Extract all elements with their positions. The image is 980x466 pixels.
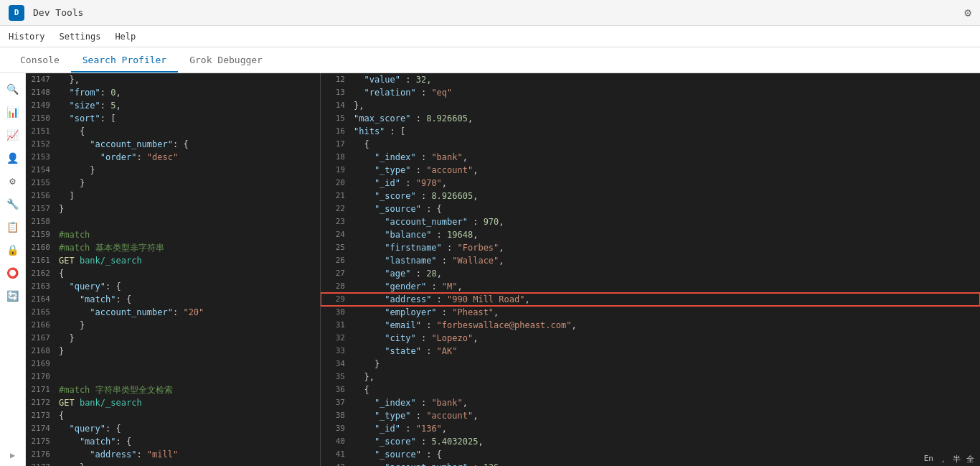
code-line: 2171 #match 字符串类型全文检索 [26,383,320,396]
code-line: 2166 } [26,319,320,332]
sidebar: 🔍 📊 📈 👤 ⚙ 🔧 📋 🔒 ⭕ 🔄 ▶ [0,73,26,466]
code-line: 2162 { [26,267,320,280]
code-line: 40 "_score" : 5.4032025, [321,435,980,448]
settings-gear-icon[interactable]: ⚙ [964,6,971,19]
sidebar-icon-user[interactable]: 👤 [3,148,23,168]
topbar: D Dev Tools ⚙ [0,0,980,26]
code-line: 2152 "account_number": { [26,138,320,151]
code-line: 12 "value" : 32, [321,73,980,86]
nav-help[interactable]: Help [115,32,136,42]
code-line: 15 "max_score" : 8.926605, [321,112,980,125]
sidebar-icon-refresh[interactable]: 🔄 [3,286,23,306]
code-line: 2150 "sort": [ [26,112,320,125]
code-line: 2155 } [26,177,320,190]
code-line: 19 "_type" : "account", [321,164,980,177]
code-line: 2172 GET bank/_search [26,396,320,409]
code-line: 2174 "query": { [26,422,320,435]
code-line: 34 } [321,358,980,371]
code-line: 2148 "from": 0, [26,86,320,99]
code-line: 30 "employer" : "Pheast", [321,306,980,319]
code-line: 2168 } [26,345,320,358]
code-line: 39 "_id" : "136", [321,422,980,435]
code-line: 36 { [321,383,980,396]
nav-settings[interactable]: Settings [60,32,101,42]
app-icon: D [9,5,24,21]
sidebar-icon-graph[interactable]: 📈 [3,125,23,145]
code-line: 31 "email" : "forbeswallace@pheast.com", [321,319,980,332]
code-line: 2177 } [26,461,320,466]
code-line: 2170 [26,371,320,383]
code-line: 2154 } [26,164,320,177]
code-line: 2176 "address": "mill" [26,448,320,461]
left-code-container: 2147 }, 2148 "from": 0, 2149 "size": 5, … [26,73,320,466]
code-line: 2161 GET bank/_search [26,254,320,267]
code-line: 38 "_type" : "account", [321,409,980,422]
sidebar-icon-tools[interactable]: 🔧 [3,194,23,214]
code-line: 37 "_index" : "bank", [321,396,980,409]
code-line: 2175 "match": { [26,435,320,448]
code-line: 24 "balance" : 19648, [321,228,980,241]
sidebar-icon-monitor[interactable]: ⭕ [3,263,23,283]
main-area: 🔍 📊 📈 👤 ⚙ 🔧 📋 🔒 ⭕ 🔄 ▶ 2147 }, 2148 "from… [0,73,980,466]
code-line: 2151 { [26,125,320,138]
code-line: 41 "_source" : { [321,448,980,461]
code-line: 25 "firstname" : "Forbes", [321,241,980,254]
code-line: 42 "account_number" : 136, [321,461,980,466]
code-line: 20 "_id" : "970", [321,177,980,190]
code-line: 2158 [26,215,320,228]
code-line: 28 "gender" : "M", [321,280,980,293]
code-line: 2157 } [26,202,320,215]
code-line: 2159 #match [26,228,320,241]
nav-history[interactable]: History [9,32,45,42]
code-line: 2156 ] [26,190,320,202]
code-line: 2165 "account_number": "20" [26,306,320,319]
status-extra[interactable]: 全 [966,454,974,465]
sidebar-icon-docs[interactable]: 📋 [3,217,23,237]
status-half[interactable]: 半 [953,454,961,465]
code-line: 16 "hits" : [ [321,125,980,138]
code-line: 2164 "match": { [26,293,320,306]
left-code-panel[interactable]: 2147 }, 2148 "from": 0, 2149 "size": 5, … [26,73,320,466]
navbar: History Settings Help [0,26,980,47]
code-line: 27 "age" : 28, [321,267,980,280]
app-title: Dev Tools [33,7,956,18]
sidebar-icon-settings[interactable]: ⚙ [3,171,23,191]
right-response-panel[interactable]: 12 "value" : 32, 13 "relation" : "eq" 14… [320,73,980,466]
code-line: 33 "state" : "AK" [321,345,980,358]
code-line: 2163 "query": { [26,280,320,293]
code-line: 13 "relation" : "eq" [321,86,980,99]
code-line: 35 }, [321,371,980,383]
code-line: 2169 [26,358,320,371]
tab-console[interactable]: Console [9,49,71,73]
tab-search-profiler[interactable]: Search Profiler [71,49,178,73]
sidebar-collapse-arrow[interactable]: ▶ [10,450,15,460]
code-line: 21 "_score" : 8.926605, [321,190,980,202]
code-line: 32 "city" : "Lopezo", [321,332,980,345]
sidebar-icon-search[interactable]: 🔍 [3,79,23,99]
code-line: 22 "_source" : { [321,202,980,215]
code-line: 2160 #match 基本类型非字符串 [26,241,320,254]
right-code-container: 12 "value" : 32, 13 "relation" : "eq" 14… [321,73,980,466]
statusbar: En ， 半 全 [918,452,980,466]
sidebar-icon-security[interactable]: 🔒 [3,240,23,260]
code-line: 2167 } [26,332,320,345]
tab-grok-debugger[interactable]: Grok Debugger [178,49,274,73]
code-line: 2153 "order": "desc" [26,151,320,164]
sidebar-icon-chart[interactable]: 📊 [3,102,23,122]
highlighted-address-line-1: 29 "address" : "990 Mill Road", [321,293,980,306]
code-line: 17 { [321,138,980,151]
tabs-container: Console Search Profiler Grok Debugger [0,47,980,73]
code-line: 2149 "size": 5, [26,99,320,112]
code-line: 26 "lastname" : "Wallace", [321,254,980,267]
code-line: 23 "account_number" : 970, [321,215,980,228]
code-line: 14 }, [321,99,980,112]
status-punct[interactable]: ， [939,454,947,465]
code-line: 2173 { [26,409,320,422]
code-line: 2147 }, [26,73,320,86]
status-lang[interactable]: En [924,454,933,465]
code-line: 18 "_index" : "bank", [321,151,980,164]
